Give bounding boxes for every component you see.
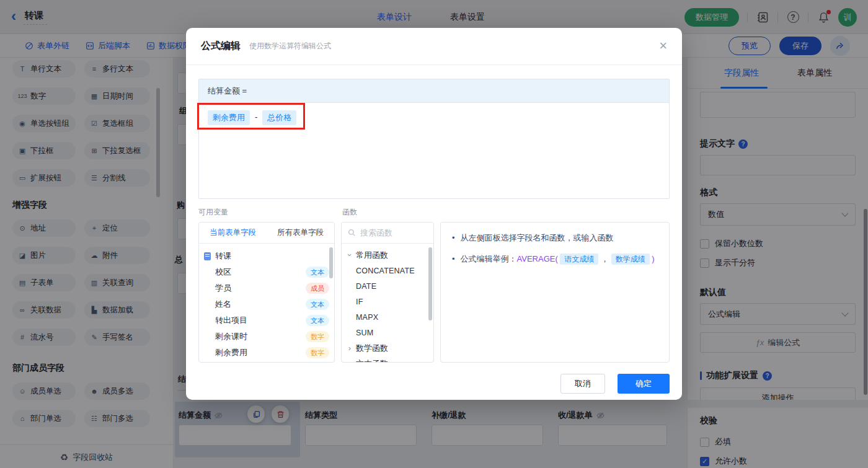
bullet: • [452,253,455,265]
function-concatenate[interactable]: CONCATENATE [347,263,428,278]
bullet: • [452,232,455,244]
function-sum[interactable]: SUM [347,325,428,340]
example-function-name: AVERAGE( [517,254,558,263]
tree-root-form[interactable]: 转课 [204,248,329,264]
group-text-functions[interactable]: › 文本函数 [347,356,428,363]
modal-panels: 当前表单字段 所有表单字段 转课 校区 文本 学员 [198,222,670,363]
variable-row-name[interactable]: 姓名 文本 [204,296,329,312]
formula-target-row: 结算金额 = [199,79,669,103]
example-chip-math-score: 数学成绩 [611,254,650,265]
functions-scrollbar[interactable] [428,247,432,320]
group-math-functions[interactable]: › 数学函数 [347,340,428,356]
chevron-right-icon: › [347,343,353,353]
tip-line-2: • 公式编辑举例：AVERAGE( 语文成绩 ， 数学成绩 ) [452,253,658,265]
type-badge: 数字 [306,347,329,358]
variable-row-remaining-hours[interactable]: 剩余课时 数字 [204,329,329,345]
variables-label: 可用变量 [198,207,342,218]
modal-title: 公式编辑 [201,40,241,53]
example-close-paren: ) [652,254,654,263]
functions-tree: › 常用函数 CONCATENATE DATE IF MAPX SUM › 数学… [342,244,433,363]
group-common-functions[interactable]: › 常用函数 [347,247,428,263]
cancel-button[interactable]: 取消 [560,374,605,394]
variables-panel: 当前表单字段 所有表单字段 转课 校区 文本 学员 [198,222,335,363]
example-chip-chinese-score: 语文成绩 [560,254,598,265]
function-date[interactable]: DATE [347,278,428,294]
variable-row-remaining-fee[interactable]: 剩余费用 数字 [204,345,329,361]
panel-labels-row: 可用变量 函数 [198,207,670,218]
variables-tree: 转课 校区 文本 学员 成员 姓名 文本 [199,244,334,363]
variables-tabs: 当前表单字段 所有表单字段 [199,223,334,244]
tab-current-form-fields[interactable]: 当前表单字段 [210,227,256,238]
variable-row-transfer-out[interactable]: 转出项目 文本 [204,312,329,329]
chevron-right-icon: › [347,359,353,363]
variables-scrollbar[interactable] [329,247,333,278]
type-badge: 文本 [306,315,329,326]
form-doc-icon [204,252,211,260]
search-icon [348,229,356,237]
chevron-down-icon: › [345,252,355,258]
function-search [342,223,433,244]
tab-all-form-fields[interactable]: 所有表单字段 [277,227,324,238]
type-badge: 文本 [306,267,329,278]
formula-editor: 结算金额 = 剩余费用 - 总价格 [198,79,670,199]
functions-panel: › 常用函数 CONCATENATE DATE IF MAPX SUM › 数学… [341,222,434,363]
close-icon[interactable]: × [659,39,667,53]
function-if[interactable]: IF [347,294,428,309]
function-mapx[interactable]: MAPX [347,309,428,325]
search-function-input[interactable] [360,228,422,237]
type-badge: 成员 [306,283,329,294]
tip-line-1: • 从左侧面板选择字段名和函数，或输入函数 [452,232,658,244]
app-root: ‹ 转课 表单设计 表单设置 数据管理 ? 训 [0,0,868,468]
modal-header: 公式编辑 使用数学运算符编辑公式 × [186,28,682,65]
modal-subtitle: 使用数学运算符编辑公式 [249,41,331,51]
variable-row-campus[interactable]: 校区 文本 [204,264,329,280]
confirm-button[interactable]: 确定 [618,374,670,394]
annotation-highlight-box [197,103,305,130]
variable-row-student[interactable]: 学员 成员 [204,280,329,296]
functions-label: 函数 [342,207,357,218]
type-badge: 数字 [306,331,329,342]
formula-edit-modal: 公式编辑 使用数学运算符编辑公式 × 结算金额 = 剩余费用 - 总价格 可用变… [186,28,682,400]
type-badge: 文本 [306,299,329,310]
modal-footer: 取消 确定 [198,374,670,394]
tips-panel: • 从左侧面板选择字段名和函数，或输入函数 • 公式编辑举例：AVERAGE( … [440,222,670,363]
formula-target-label: 结算金额 = [208,86,247,97]
